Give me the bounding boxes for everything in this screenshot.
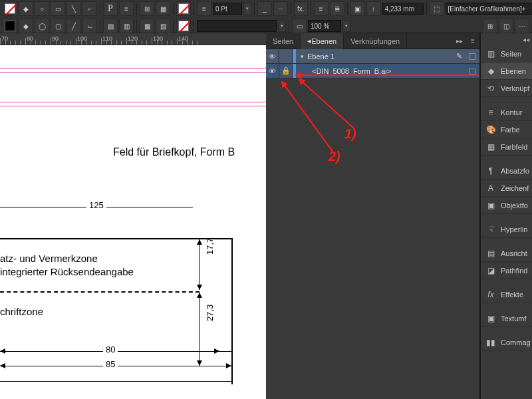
lock-toggle-icon[interactable]: 🔒 bbox=[279, 64, 293, 78]
row2-b1[interactable]: ◆ bbox=[19, 19, 33, 33]
row2-b4[interactable]: ╱ bbox=[66, 19, 81, 33]
row2-b6[interactable]: ▤ bbox=[103, 19, 118, 33]
dock-char-styles[interactable]: AZeichenf bbox=[481, 180, 532, 197]
dim-label: 125 bbox=[86, 200, 106, 210]
annotation-label-2: 2) bbox=[329, 149, 340, 164]
tool-line[interactable]: ╲ bbox=[66, 1, 81, 16]
doc-headline: Feld für Briefkopf, Form B bbox=[113, 146, 235, 158]
tool-none-swatch-icon[interactable] bbox=[176, 1, 191, 16]
row2-b3[interactable]: ▢ bbox=[51, 19, 65, 33]
panel-tabs: Seiten ◂ Ebenen Verknüpfungen ▸▸ ≡ bbox=[266, 33, 479, 49]
dock-stroke[interactable]: ≡Kontur bbox=[481, 104, 532, 121]
guide bbox=[0, 106, 266, 106]
annotation-label-1: 1) bbox=[344, 126, 356, 142]
pen-icon: ✎ bbox=[456, 52, 465, 61]
dock-para-styles[interactable]: ¶Absatzfo bbox=[481, 162, 532, 180]
dashed-divider bbox=[0, 291, 200, 293]
dock-links[interactable]: ⟲Verknüpf bbox=[481, 80, 532, 97]
row2-right1[interactable]: ⊞ bbox=[483, 19, 497, 33]
ruler-horizontal: 708090100110120130140 bbox=[0, 33, 266, 45]
dock-cclibs[interactable]: ▮▮Commag bbox=[481, 334, 532, 351]
stroke-weight-input[interactable] bbox=[213, 3, 242, 15]
dock-effects[interactable]: fxEffekte bbox=[481, 286, 532, 303]
stroke-icon: ≡ bbox=[485, 106, 497, 118]
tool-align[interactable]: ≡ bbox=[119, 1, 134, 16]
dock-textwrap[interactable]: ▣Textumf bbox=[481, 310, 532, 327]
layers-panel: Seiten ◂ Ebenen Verknüpfungen ▸▸ ≡ 👁 ▾ E… bbox=[266, 33, 480, 399]
hyperlink-icon: ☟ bbox=[485, 223, 497, 235]
panel-menu-icon[interactable]: ≡ bbox=[466, 37, 479, 45]
row2-span-drop[interactable]: ▾ bbox=[278, 20, 286, 32]
tool-grid-icon[interactable]: ⊞ bbox=[140, 1, 154, 16]
row2-none-icon[interactable] bbox=[176, 19, 191, 33]
row2-display[interactable]: ▭ bbox=[292, 19, 307, 33]
row2-b9[interactable]: ▨ bbox=[156, 19, 170, 33]
dock-swatches[interactable]: ▦Farbfeld bbox=[481, 138, 532, 156]
row2-right3[interactable]: ⋯ bbox=[515, 19, 529, 33]
top-toolbar: ◆ ○ ▭ ╲ ⌐ P ≡ ⊞ ▦ ≡ ▾ ⎯ ┄ fx. ≡ ≣ ▣ ↕ ⬚ … bbox=[0, 0, 532, 33]
tool-anchor[interactable]: ◆ bbox=[19, 1, 33, 16]
right-dock: ◂◂ ▥Seiten ◆Ebenen ⟲Verknüpf ≡Kontur 🎨Fa… bbox=[480, 33, 532, 399]
visibility-toggle-icon[interactable]: 👁 bbox=[266, 64, 279, 78]
tab-pages[interactable]: Seiten bbox=[266, 33, 301, 49]
dock-hyperlinks[interactable]: ☟Hyperlin bbox=[481, 221, 532, 238]
fx-button[interactable]: fx. bbox=[294, 1, 308, 16]
textwrap-icon: ▣ bbox=[485, 313, 497, 325]
stroke-weight-stepper[interactable]: ▾ bbox=[243, 3, 251, 15]
layer-select-proxy[interactable] bbox=[469, 68, 475, 74]
tab-links[interactable]: Verknüpfungen bbox=[344, 33, 407, 49]
dim-label: 17,7 bbox=[205, 238, 215, 255]
tab-layers[interactable]: ◂ Ebenen bbox=[301, 33, 344, 49]
row2-swatch-stroke[interactable] bbox=[3, 19, 17, 33]
zoom-input[interactable] bbox=[308, 20, 341, 32]
row2-b5[interactable]: ⌙ bbox=[82, 19, 97, 33]
tool-fill-swatch[interactable] bbox=[3, 1, 17, 16]
visibility-toggle-icon[interactable]: 👁 bbox=[266, 49, 279, 64]
panel-collapse-icon[interactable]: ▸▸ bbox=[453, 37, 466, 45]
box-right bbox=[231, 238, 233, 384]
dock-expand-icon[interactable]: ◂◂ bbox=[523, 36, 529, 43]
row2-span-input[interactable] bbox=[197, 20, 277, 32]
row2-b2[interactable]: ◯ bbox=[35, 19, 49, 33]
tool-paragraph[interactable]: P bbox=[103, 1, 118, 16]
tool-cap[interactable]: ⎯ bbox=[257, 1, 272, 16]
layer-row-ebene1[interactable]: 👁 ▾ Ebene 1 ✎ bbox=[266, 49, 479, 64]
lock-column[interactable] bbox=[279, 49, 293, 64]
stroke-weight-icon: ≡ bbox=[197, 1, 211, 16]
dock-pages[interactable]: ▥Seiten bbox=[481, 45, 532, 63]
links-icon: ⟲ bbox=[485, 82, 497, 94]
layer-select-proxy[interactable] bbox=[469, 53, 475, 60]
dock-layers[interactable]: ◆Ebenen bbox=[481, 63, 532, 80]
dock-align[interactable]: ▤Ausricht bbox=[481, 245, 532, 262]
dock-color[interactable]: 🎨Farbe bbox=[481, 121, 532, 138]
row2-b7[interactable]: ▥ bbox=[119, 19, 134, 33]
tool-circle[interactable]: ○ bbox=[35, 1, 49, 16]
row2-right2[interactable]: ◫ bbox=[499, 19, 513, 33]
style-preset-select[interactable] bbox=[446, 3, 532, 15]
swatches-icon: ▦ bbox=[485, 141, 497, 153]
guide bbox=[0, 68, 266, 69]
tool-corner[interactable]: ⌐ bbox=[82, 1, 97, 16]
cclibs-icon: ▮▮ bbox=[485, 336, 497, 348]
tool-dash[interactable]: ┄ bbox=[273, 1, 288, 16]
char-icon: A bbox=[485, 182, 497, 194]
layer-color-strip bbox=[293, 49, 296, 63]
zoom-drop[interactable]: ▾ bbox=[342, 20, 350, 32]
document-canvas[interactable]: 708090100110120130140 Feld für Briefkopf… bbox=[0, 33, 266, 399]
dim-label: 27,3 bbox=[205, 305, 215, 321]
tool-textalign1[interactable]: ≡ bbox=[314, 1, 329, 16]
tool-handles[interactable]: ▦ bbox=[156, 1, 170, 16]
tool-textalign2[interactable]: ≣ bbox=[330, 1, 344, 16]
dock-object-styles[interactable]: ▣Objektfo bbox=[481, 197, 532, 214]
tool-rect[interactable]: ▭ bbox=[51, 1, 65, 16]
disclosure-triangle-icon[interactable]: ▾ bbox=[299, 53, 306, 60]
zone2: chriftzone bbox=[0, 306, 43, 317]
row2-b8[interactable]: ▩ bbox=[140, 19, 154, 33]
pathfinder-icon: ◪ bbox=[485, 265, 497, 277]
style-icon[interactable]: ⬚ bbox=[430, 1, 444, 16]
document-page: Feld für Briefkopf, Form B 125 atz- und … bbox=[0, 45, 266, 399]
align-icon: ▤ bbox=[485, 247, 497, 259]
dock-pathfinder[interactable]: ◪Pathfind bbox=[481, 262, 532, 279]
crop-icon[interactable]: ▣ bbox=[350, 1, 365, 16]
measure-input[interactable] bbox=[382, 3, 424, 15]
